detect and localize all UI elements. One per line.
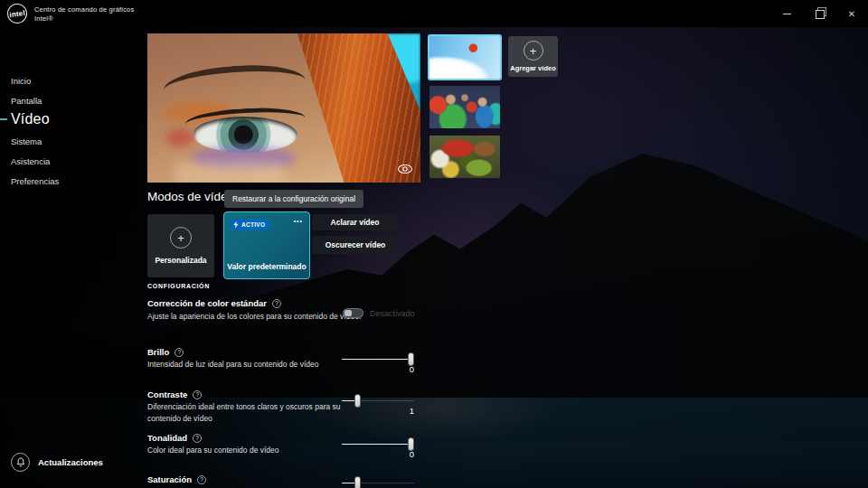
hue-label: Tonalidad ? <box>147 433 202 443</box>
slider-fill <box>342 400 354 401</box>
active-badge-label: ACTIVO <box>241 221 265 228</box>
video-thumbnail-snowboard[interactable] <box>429 36 500 79</box>
lightning-icon <box>233 221 239 229</box>
brightness-value: 0 <box>342 364 414 374</box>
preview-visibility-icon[interactable] <box>397 162 413 178</box>
add-video-button[interactable]: + Agregar vídeo <box>508 36 558 77</box>
bell-icon <box>11 453 30 472</box>
slider-fill <box>342 359 414 360</box>
add-video-label: Agregar vídeo <box>510 64 555 72</box>
brightness-description: Intensidad de luz ideal para su contenid… <box>147 359 357 371</box>
close-button[interactable]: ✕ <box>835 0 868 27</box>
active-nav-indicator <box>0 118 7 120</box>
updates-button[interactable]: Actualizaciones <box>11 453 103 472</box>
contrast-description: Diferenciación ideal entre tonos claros … <box>147 401 361 424</box>
app-title: Centro de comando de gráficos Intel® <box>34 5 134 23</box>
plus-icon: + <box>524 41 543 61</box>
hue-label-text: Tonalidad <box>147 433 187 443</box>
configuration-heading: CONFIGURACIÓN <box>147 283 210 289</box>
help-icon[interactable]: ? <box>175 348 184 357</box>
mode-button-oscurecer-video[interactable]: Oscurecer vídeo <box>312 236 399 254</box>
color-correction-description: Ajuste la apariencia de los colores para… <box>147 311 366 323</box>
toggle-knob <box>344 310 352 316</box>
slider-handle[interactable] <box>354 476 361 488</box>
video-thumbnail-people[interactable] <box>429 86 500 128</box>
app-title-line1: Centro de comando de gráficos <box>34 5 134 14</box>
active-badge: ACTIVO <box>230 219 270 230</box>
mode-card-label: Valor predeterminado <box>224 262 309 271</box>
app-window: intel Centro de comando de gráficos Inte… <box>0 0 868 488</box>
help-icon[interactable]: ? <box>272 299 281 308</box>
contrast-label: Contraste ? <box>147 389 202 399</box>
color-correction-title-text: Corrección de color estándar <box>147 298 267 308</box>
brightness-label-text: Brillo <box>147 347 169 357</box>
video-modes-heading: Modos de vídeo <box>147 190 234 203</box>
mode-card-label: Personalizada <box>155 256 206 265</box>
sidebar-item-pantalla[interactable]: Pantalla <box>11 96 42 106</box>
more-options-icon[interactable]: ••• <box>294 218 303 224</box>
updates-label: Actualizaciones <box>38 457 103 467</box>
slider-fill <box>342 444 414 445</box>
app-title-line2: Intel® <box>34 14 134 23</box>
minimize-icon <box>783 14 791 14</box>
color-correction-state: Desactivado <box>370 309 415 318</box>
minimize-button[interactable] <box>770 0 803 27</box>
thumbnail-image-snowboard <box>429 36 500 79</box>
thumbnail-image-people <box>429 86 500 128</box>
saturation-slider[interactable] <box>342 476 414 488</box>
mode-card-personalizada[interactable]: + Personalizada <box>147 214 214 277</box>
sidebar-item-inicio[interactable]: Inicio <box>11 76 31 86</box>
sidebar-item-asistencia[interactable]: Asistencia <box>11 156 50 166</box>
mode-card-valor-predeterminado[interactable]: ACTIVO ••• Valor predeterminado <box>223 211 310 279</box>
hue-description: Color ideal para su contenido de vídeo <box>147 445 357 456</box>
thumbnail-image-market <box>429 136 500 178</box>
mode-button-aclarar-video[interactable]: Aclarar vídeo <box>312 214 398 230</box>
restore-icon <box>816 10 823 17</box>
window-controls: ✕ <box>770 0 868 27</box>
contrast-value: 1 <box>342 406 414 416</box>
plus-icon: + <box>170 227 192 249</box>
video-thumbnail-market[interactable] <box>429 136 500 178</box>
titlebar: intel Centro de comando de gráficos Inte… <box>0 0 868 27</box>
video-preview <box>147 33 420 183</box>
intel-logo-icon: intel <box>6 3 29 25</box>
brightness-label: Brillo ? <box>147 347 184 357</box>
restore-settings-button[interactable]: Restaurar a la configuración original <box>224 190 363 208</box>
sidebar-item-preferencias[interactable]: Preferencias <box>11 176 59 186</box>
saturation-label-text: Saturación <box>147 474 192 484</box>
sidebar-item-sistema[interactable]: Sistema <box>11 136 42 146</box>
help-icon[interactable]: ? <box>193 434 202 443</box>
contrast-label-text: Contraste <box>147 389 187 399</box>
color-correction-title: Corrección de color estándar ? <box>147 298 281 308</box>
hue-value: 0 <box>342 449 414 459</box>
preview-cheek-highlight-layer <box>175 162 284 183</box>
slider-fill <box>342 483 354 483</box>
help-icon[interactable]: ? <box>197 475 206 484</box>
restore-button[interactable] <box>803 0 835 27</box>
color-correction-toggle[interactable] <box>343 308 363 318</box>
saturation-label: Saturación ? <box>147 474 206 484</box>
sidebar-item-video[interactable]: Vídeo <box>11 111 50 127</box>
help-icon[interactable]: ? <box>193 390 202 399</box>
